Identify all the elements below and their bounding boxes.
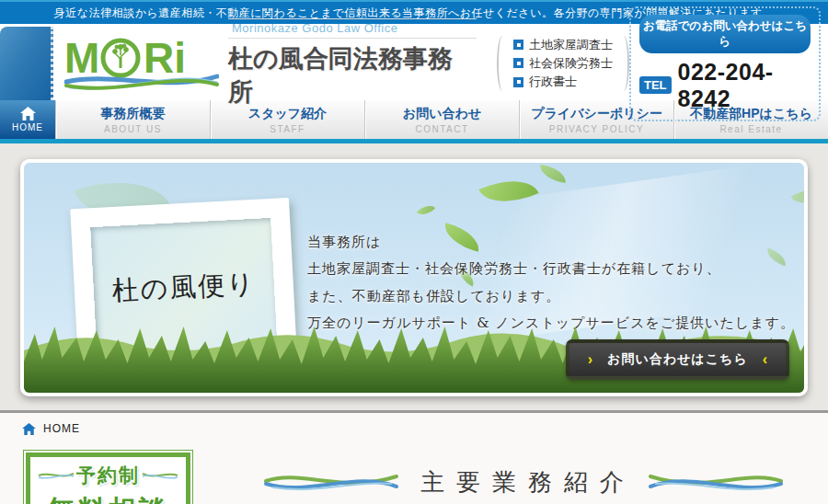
office-name-jp: 杜の風合同法務事務所 <box>228 42 477 109</box>
chevron-right-icon: › <box>588 352 592 367</box>
mori-logo[interactable]: M Ri <box>64 31 219 96</box>
hero-band: 杜の風便り 当事務所は 土地家屋調査士・社会保険労務士・行政書士が在籍しており、… <box>0 143 828 413</box>
tree-icon <box>113 44 129 68</box>
chevron-left-icon: ‹ <box>763 352 767 367</box>
home-icon <box>20 107 36 120</box>
paren-left-decoration <box>497 36 508 91</box>
certification-item: 社会保険労務士 <box>513 54 613 73</box>
square-bullet-icon <box>513 77 523 87</box>
nav-home-label: HOME <box>12 122 43 132</box>
nav-label-jp: 不動産部HPはこちら <box>690 106 812 122</box>
page-content: HOME 予約制 無料相談 主要業務紹介 <box>0 413 828 504</box>
certification-item: 行政書士 <box>513 73 613 91</box>
nav-label-en: STAFF <box>270 124 305 134</box>
header-corner-decoration <box>0 27 53 100</box>
wave-icon <box>142 469 178 482</box>
nav-label-jp: プライバシーポリシー <box>531 106 662 122</box>
certification-list: 土地家屋調査士 社会保険労務士 行政書士 <box>497 36 629 91</box>
logo-wave-icon <box>66 76 217 88</box>
nav-label-en: CONTACT <box>415 124 468 134</box>
nav-label-en: ABOUT US <box>104 124 162 134</box>
wave-swoosh-right-icon <box>647 469 785 497</box>
nav-label-en: Real Estate <box>719 124 782 134</box>
nav-item-privacy[interactable]: プライバシーポリシー PRIVACY POLICY <box>519 100 673 139</box>
certification-item: 土地家屋調査士 <box>513 36 613 54</box>
section-heading: 主要業務紹介 <box>262 466 785 498</box>
hero-line: 当事務所は <box>307 229 795 256</box>
breadcrumb: HOME <box>0 413 828 435</box>
home-icon <box>22 423 36 435</box>
square-bullet-icon <box>513 58 523 68</box>
certification-label: 社会保険労務士 <box>529 54 613 73</box>
nav-item-realestate[interactable]: 不動産部HPはこちら Real Estate <box>673 100 828 139</box>
wave-icon <box>38 469 75 482</box>
logo-part1: M <box>64 34 99 82</box>
wave-swoosh-left-icon <box>262 469 400 497</box>
certification-label: 行政書士 <box>529 73 577 91</box>
promo-label-1: 予約制 <box>76 463 140 488</box>
leaf-icon <box>538 165 568 183</box>
hero-contact-label: お問い合わせはこちら <box>607 351 748 368</box>
nav-label-jp: お問い合わせ <box>403 106 481 122</box>
section-title: 主要業務紹介 <box>411 466 636 498</box>
paren-right-decoration <box>618 36 629 91</box>
free-consultation-banner[interactable]: 予約制 無料相談 <box>23 450 193 504</box>
hero-contact-button[interactable]: › お問い合わせはこちら ‹ <box>566 339 789 380</box>
hero-line: また、不動産部も併設しております。 <box>307 283 795 310</box>
square-bullet-icon <box>513 40 523 50</box>
logo-part2: Ri <box>144 34 186 82</box>
nav-label-en: PRIVACY POLICY <box>549 124 644 134</box>
nav-item-staff[interactable]: スタッフ紹介 STAFF <box>210 100 364 139</box>
hero-visual: 杜の風便り 当事務所は 土地家屋調査士・社会保険労務士・行政書士が在籍しており、… <box>20 159 808 396</box>
office-name-en: Morinokaze Godo Law Office <box>228 18 477 39</box>
nav-label-jp: スタッフ紹介 <box>248 106 327 122</box>
breadcrumb-home[interactable]: HOME <box>43 422 80 435</box>
mori-logo-graphic: M Ri <box>64 31 219 92</box>
nav-home[interactable]: HOME <box>0 100 55 139</box>
nav-item-about[interactable]: 事務所概要 ABOUT US <box>55 100 210 139</box>
site-header: M Ri Morinokaze Godo Law Office 杜の風合同法務事… <box>0 27 828 100</box>
phone-cta-button[interactable]: お電話でのお問い合わせはこちら <box>639 15 811 53</box>
certification-label: 土地家屋調査士 <box>529 36 613 54</box>
free-consultation-inner: 予約制 無料相談 <box>26 452 190 504</box>
hero-line: 土地家屋調査士・社会保険労務士・行政書士が在籍しており、 <box>307 256 795 282</box>
promo-line1: 予約制 <box>34 463 182 488</box>
nav-item-contact[interactable]: お問い合わせ CONTACT <box>364 100 519 139</box>
office-names: Morinokaze Godo Law Office 杜の風合同法務事務所 <box>228 18 477 109</box>
frame-title: 杜の風便り <box>111 265 257 309</box>
nav-label-jp: 事務所概要 <box>101 106 166 122</box>
main-nav: HOME 事務所概要 ABOUT US スタッフ紹介 STAFF お問い合わせ … <box>0 100 828 143</box>
tel-badge: TEL <box>639 76 672 94</box>
promo-label-2: 無料相談 <box>34 492 182 504</box>
